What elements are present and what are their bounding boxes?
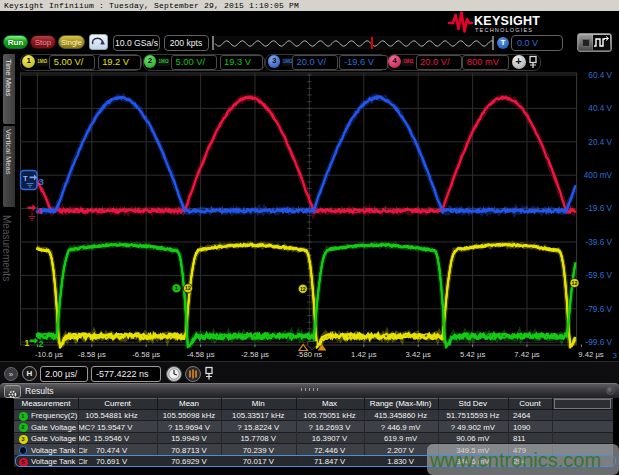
svg-text:4: 4 [37, 205, 43, 216]
svg-text:20.4 V: 20.4 V [588, 138, 612, 147]
svg-text:-39.6 V: -39.6 V [586, 238, 613, 247]
svg-text:-4.58 µs: -4.58 µs [187, 350, 215, 359]
svg-text:1.42 µs: 1.42 µs [351, 350, 377, 359]
svg-text:-8.58 µs: -8.58 µs [78, 350, 106, 359]
svg-text:60.4 V: 60.4 V [588, 71, 612, 80]
svg-text:12: 12 [572, 280, 578, 286]
svg-text:-19.6 V: -19.6 V [586, 204, 613, 213]
svg-text:3: 3 [613, 351, 618, 360]
svg-text:-59.6 V: -59.6 V [586, 271, 613, 280]
svg-text:9.42 µs: 9.42 µs [578, 350, 604, 359]
svg-text:2: 2 [39, 339, 44, 349]
svg-text:12: 12 [300, 286, 306, 292]
svg-text:3.42 µs: 3.42 µs [406, 350, 432, 359]
svg-text:-79.6 V: -79.6 V [586, 305, 613, 314]
svg-text:-99.6 V: -99.6 V [586, 338, 613, 347]
svg-text:-6.58 µs: -6.58 µs [132, 350, 160, 359]
svg-text:1: 1 [25, 338, 30, 348]
svg-text:-2.58 µs: -2.58 µs [241, 350, 269, 359]
svg-text:3: 3 [39, 176, 44, 187]
svg-text:40.4 V: 40.4 V [588, 104, 612, 113]
svg-text:-10.6 µs: -10.6 µs [35, 350, 63, 359]
svg-text:12: 12 [185, 285, 191, 291]
svg-text:400 mV: 400 mV [584, 171, 613, 180]
svg-text:T: T [23, 174, 28, 183]
svg-text:7.42 µs: 7.42 µs [514, 350, 540, 359]
svg-text:5.42 µs: 5.42 µs [460, 350, 486, 359]
svg-text:-580 ns: -580 ns [297, 350, 323, 359]
